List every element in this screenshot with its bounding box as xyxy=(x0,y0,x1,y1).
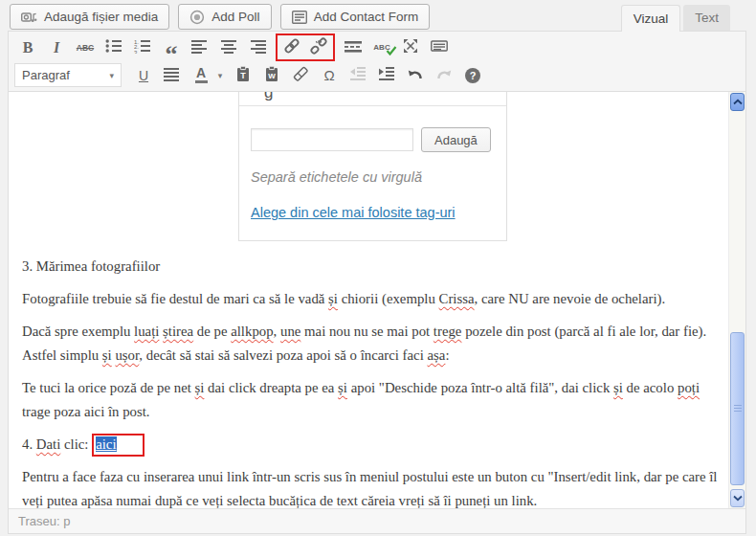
indent-button[interactable] xyxy=(373,63,400,87)
text-color-icon: A xyxy=(195,68,208,83)
path-label: Traseu: p xyxy=(18,514,70,528)
misspelled-word: și xyxy=(338,380,347,395)
annotation-red-box: aici xyxy=(92,434,144,457)
align-right-icon xyxy=(249,38,266,56)
align-center-button[interactable] xyxy=(215,35,242,59)
scroll-up-button[interactable] xyxy=(730,93,745,111)
redo-icon xyxy=(435,65,453,85)
justify-button[interactable] xyxy=(159,63,186,87)
paste-from-word-button[interactable]: W xyxy=(258,63,285,87)
svg-text:W: W xyxy=(268,72,276,80)
misspelled-word: luați xyxy=(134,324,159,339)
align-right-button[interactable] xyxy=(244,35,271,59)
omega-icon: Ω xyxy=(323,67,334,83)
link-icon xyxy=(283,37,300,57)
svg-text:3.: 3. xyxy=(134,50,139,55)
remove-link-button[interactable] xyxy=(305,35,332,59)
outdent-button[interactable] xyxy=(345,63,371,87)
paragraph: Fotografiile trebuie să fie destul de ma… xyxy=(22,287,721,311)
fullscreen-button[interactable] xyxy=(397,35,424,59)
bullet-list-icon xyxy=(105,38,122,56)
scroll-down-button[interactable] xyxy=(730,489,745,507)
bullet-list-button[interactable] xyxy=(100,35,127,59)
misspelled-word: așa xyxy=(427,347,445,363)
undo-icon xyxy=(407,65,424,85)
misspelled-word: puneți xyxy=(455,493,490,508)
numbered-list-button[interactable]: 1.2.3. xyxy=(129,35,156,59)
cropped-heading-row: g xyxy=(239,92,506,106)
paragraph: Pentru a face faza cu inserarea unui lin… xyxy=(22,465,721,508)
text-run: , care NU are nevoie de ochelari). xyxy=(475,291,666,306)
strikethrough-icon: ABC xyxy=(77,43,94,53)
tag-input[interactable] xyxy=(251,128,413,151)
format-dropdown[interactable]: Paragraf ▾ xyxy=(14,63,122,87)
toolbar-toggle-button[interactable] xyxy=(426,35,453,59)
text-run: : xyxy=(445,347,449,363)
add-contact-form-button[interactable]: Add Contact Form xyxy=(280,4,431,30)
editor-container: B I ABC 1.2.3. “ ABC Paragraf ▾ U xyxy=(8,31,746,534)
help-button[interactable]: ? xyxy=(459,63,486,87)
format-dropdown-value: Paragraf xyxy=(22,68,70,82)
add-media-button[interactable]: Adaugă fișier media xyxy=(10,4,169,30)
blockquote-button[interactable]: “ xyxy=(158,35,185,59)
contact-form-icon xyxy=(292,11,307,24)
post-content-area[interactable]: g Adaugă Separă etichetele cu virgulă Al… xyxy=(9,92,728,508)
misspelled-word: și xyxy=(613,380,623,395)
media-buttons-bar: Adaugă fișier media Add Poll Add Contact… xyxy=(10,4,430,30)
text-run: chiorii (exemplu xyxy=(338,291,439,306)
text-color-caret-button[interactable]: ▾ xyxy=(216,63,228,87)
annotation-box-link-buttons xyxy=(276,34,335,61)
text-run: de acolo xyxy=(623,380,678,395)
blockquote-icon: “ xyxy=(166,38,178,57)
remove-format-button[interactable] xyxy=(287,63,314,87)
text-color-button[interactable]: A xyxy=(188,63,214,87)
tab-visual[interactable]: Vizual xyxy=(621,5,681,32)
misspelled-word: veți xyxy=(202,493,223,508)
strikethrough-button[interactable]: ABC xyxy=(72,35,99,59)
insert-link-button[interactable] xyxy=(278,35,305,59)
selected-text[interactable]: aici xyxy=(96,436,116,452)
more-tag-button[interactable] xyxy=(340,35,367,59)
misspelled-word: vreți xyxy=(399,493,425,508)
redo-button[interactable] xyxy=(431,63,457,87)
help-icon: ? xyxy=(465,68,480,83)
paragraph: Te tuci la orice poză de pe net și dai c… xyxy=(22,376,721,424)
underline-icon: U xyxy=(139,68,148,83)
paragraph: 4. Dati clic: aici xyxy=(22,433,721,457)
editor-scrollbar[interactable] xyxy=(728,92,745,508)
toolbar-row-1: B I ABC 1.2.3. “ ABC xyxy=(14,34,740,61)
justify-icon xyxy=(164,66,181,84)
text-run: , decât să stai să salvezi poza apoi să … xyxy=(139,347,427,363)
choose-tags-link[interactable]: Alege din cele mai folosite tag-uri xyxy=(251,205,456,220)
paste-as-text-button[interactable]: T xyxy=(230,63,256,87)
underline-button[interactable]: U xyxy=(130,63,157,87)
scrollbar-grip xyxy=(734,405,742,413)
add-contact-form-label: Add Contact Form xyxy=(314,10,419,24)
paste-word-icon: W xyxy=(263,65,280,85)
paragraph: Dacă spre exemplu luați știrea de pe all… xyxy=(22,320,721,368)
text-run: de pe xyxy=(193,324,231,339)
text-run: selecta xyxy=(223,493,269,508)
italic-icon: I xyxy=(54,39,59,56)
text-run: 4. xyxy=(22,436,36,452)
indent-icon xyxy=(378,66,395,84)
text-run: Dacă spre exemplu xyxy=(22,324,134,339)
scrollbar-track[interactable] xyxy=(729,112,745,488)
scrollbar-thumb[interactable] xyxy=(730,332,745,485)
choose-tags-link-row: Alege din cele mai folosite tag-uri xyxy=(251,201,495,225)
misspelled-word: veți xyxy=(22,493,43,508)
misspelled-word: trege xyxy=(434,324,462,339)
text-run: 3. Mărimea fotografiilor xyxy=(22,258,160,274)
align-left-button[interactable] xyxy=(187,35,213,59)
spellcheck-button[interactable]: ABC xyxy=(368,35,395,59)
fullscreen-icon xyxy=(402,37,419,57)
italic-button[interactable]: I xyxy=(43,35,70,59)
tab-text[interactable]: Text xyxy=(683,5,730,31)
bold-button[interactable]: B xyxy=(14,35,41,59)
editor-statusbar: Traseu: p xyxy=(9,508,745,533)
special-char-button[interactable]: Ω xyxy=(316,63,343,87)
add-poll-button[interactable]: Add Poll xyxy=(178,4,271,30)
tag-add-button[interactable]: Adaugă xyxy=(421,127,491,152)
text-run: clic: xyxy=(60,436,92,452)
undo-button[interactable] xyxy=(402,63,429,87)
